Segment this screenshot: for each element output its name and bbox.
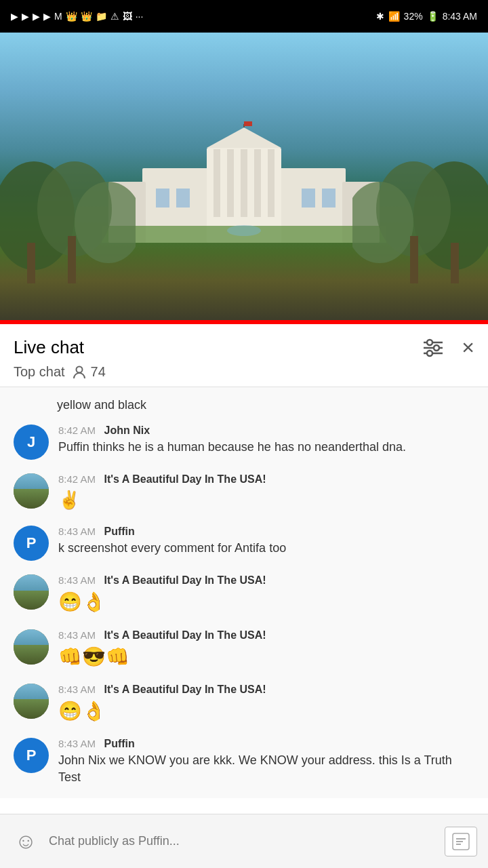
viewers-icon <box>72 365 87 380</box>
message-text: k screenshot every comment for Antifa to… <box>58 540 474 557</box>
svg-rect-12 <box>302 189 315 208</box>
svg-point-32 <box>434 345 439 351</box>
wifi-icon: 📶 <box>388 11 400 22</box>
message-time: 8:43 AM <box>58 738 96 749</box>
chat-message: P 8:43 AM Puffin k screenshot every comm… <box>0 519 488 568</box>
message-content: 8:43 AM It's A Beautiful Day In The USA!… <box>58 574 474 615</box>
filter-icon[interactable] <box>421 336 445 360</box>
emoji-button[interactable]: ☺ <box>11 827 41 856</box>
svg-rect-4 <box>227 149 234 217</box>
trees-left <box>0 148 136 283</box>
message-meta: 8:43 AM It's A Beautiful Day In The USA! <box>58 574 474 587</box>
message-text: 😁👌 <box>58 698 474 724</box>
trees-right <box>352 148 488 283</box>
chat-message: 8:43 AM It's A Beautiful Day In The USA!… <box>0 677 488 731</box>
svg-rect-11 <box>176 189 190 208</box>
message-username: It's A Beautiful Day In The USA! <box>104 473 266 485</box>
message-username: John Nix <box>104 425 150 436</box>
svg-rect-27 <box>410 236 418 283</box>
live-chat-title: Live chat <box>14 337 84 358</box>
white-house-image <box>102 121 386 243</box>
message-text: ✌️ <box>58 488 474 512</box>
svg-rect-10 <box>156 189 169 208</box>
svg-rect-22 <box>68 236 76 283</box>
battery-percent: 32% <box>404 11 423 22</box>
svg-rect-5 <box>241 149 247 217</box>
message-meta: 8:42 AM It's A Beautiful Day In The USA! <box>58 473 474 486</box>
partial-message: yellow and black <box>0 393 488 418</box>
message-username: It's A Beautiful Day In The USA! <box>104 629 266 641</box>
message-meta: 8:43 AM Puffin <box>58 738 474 750</box>
video-area[interactable] <box>0 33 488 324</box>
message-username: It's A Beautiful Day In The USA! <box>104 574 266 586</box>
app-icon-7: 👑 <box>81 11 92 22</box>
chat-message: 8:43 AM It's A Beautiful Day In The USA!… <box>0 623 488 677</box>
message-time: 8:43 AM <box>58 684 96 695</box>
svg-rect-6 <box>254 149 261 217</box>
message-content: 8:43 AM It's A Beautiful Day In The USA!… <box>58 629 474 670</box>
svg-rect-13 <box>322 189 336 208</box>
avatar: P <box>14 738 49 773</box>
app-icon-9: ⚠ <box>110 11 119 22</box>
avatar <box>14 574 49 610</box>
chat-input-bar: ☺ <box>0 814 488 868</box>
message-text: John Nix we KNOW you are kkk. We KNOW yo… <box>58 752 474 786</box>
message-username: It's A Beautiful Day In The USA! <box>104 684 266 695</box>
message-username: Puffin <box>104 738 135 749</box>
emoji-icon: ☺ <box>15 829 37 854</box>
message-time: 8:43 AM <box>58 526 96 537</box>
app-icon-10: 🖼 <box>123 11 132 22</box>
video-progress-bar <box>0 320 488 324</box>
avatar: P <box>14 526 49 561</box>
app-icon-2: ▶ <box>22 11 29 22</box>
app-icon-8: 📁 <box>96 11 107 22</box>
chat-message: J 8:42 AM John Nix Puffin thinks he is a… <box>0 418 488 467</box>
app-icon-1: ▶ <box>11 11 18 22</box>
partial-text: yellow and black <box>57 398 146 412</box>
message-content: 8:43 AM It's A Beautiful Day In The USA!… <box>58 684 474 724</box>
avatar <box>14 473 49 509</box>
video-frame <box>0 33 488 324</box>
svg-rect-7 <box>268 149 274 217</box>
send-button[interactable] <box>445 827 477 856</box>
chat-message: 8:43 AM It's A Beautiful Day In The USA!… <box>0 568 488 622</box>
message-username: Puffin <box>104 526 135 537</box>
app-icon-5: M <box>54 11 62 22</box>
message-meta: 8:43 AM It's A Beautiful Day In The USA! <box>58 629 474 642</box>
app-icon-3: ▶ <box>33 11 40 22</box>
svg-marker-2 <box>207 127 281 148</box>
message-time: 8:43 AM <box>58 574 96 586</box>
app-icon-11: ··· <box>136 11 144 22</box>
avatar <box>14 684 49 719</box>
top-chat-label: Top chat <box>14 364 65 380</box>
svg-rect-21 <box>27 243 35 283</box>
chat-header-top: Live chat × <box>14 335 474 360</box>
battery-icon: 🔋 <box>427 11 439 22</box>
viewer-count: 74 <box>72 364 106 380</box>
message-content: 8:43 AM Puffin John Nix we KNOW you are … <box>58 738 474 786</box>
message-text: 👊😎👊 <box>58 644 474 670</box>
avatar <box>14 629 49 665</box>
message-meta: 8:42 AM John Nix <box>58 425 474 437</box>
message-time: 8:43 AM <box>58 629 96 641</box>
svg-point-34 <box>76 366 82 372</box>
svg-point-31 <box>427 340 432 345</box>
app-icon-6: 👑 <box>66 11 77 22</box>
message-time: 8:42 AM <box>58 425 96 436</box>
chat-input[interactable] <box>49 827 436 856</box>
chat-sub-header: Top chat 74 <box>14 364 474 380</box>
chat-messages: yellow and black J 8:42 AM John Nix Puff… <box>0 387 488 798</box>
close-button[interactable]: × <box>462 335 474 360</box>
time: 8:43 AM <box>443 11 477 22</box>
chat-header-icons: × <box>421 335 474 360</box>
bluetooth-icon: ✱ <box>376 11 384 22</box>
svg-point-33 <box>427 351 432 356</box>
svg-rect-17 <box>244 121 252 126</box>
svg-rect-3 <box>214 149 220 217</box>
status-bar-left: ▶ ▶ ▶ ▶ M 👑 👑 📁 ⚠ 🖼 ··· <box>11 11 143 22</box>
message-content: 8:42 AM John Nix Puffin thinks he is a h… <box>58 425 474 456</box>
chat-message: 8:42 AM It's A Beautiful Day In The USA!… <box>0 467 488 519</box>
avatar: J <box>14 425 49 460</box>
message-content: 8:43 AM Puffin k screenshot every commen… <box>58 526 474 557</box>
chat-header: Live chat × Top chat 74 <box>0 324 488 387</box>
